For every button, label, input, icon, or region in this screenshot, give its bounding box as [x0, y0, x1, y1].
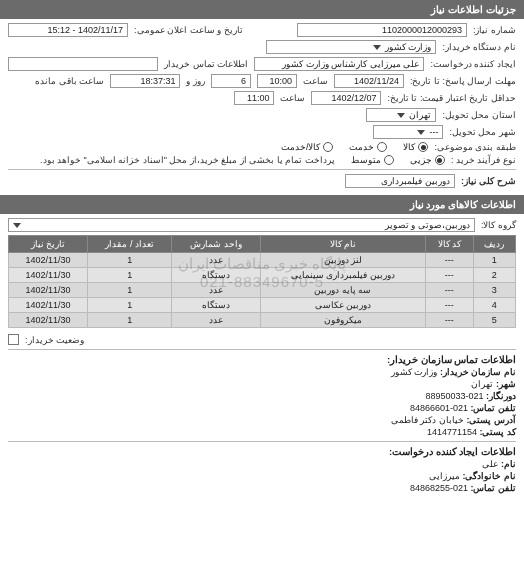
radio-goods-service-label: کالا/خدمت	[281, 142, 321, 152]
group-value: دوربین،صوتی و تصویر	[385, 220, 470, 230]
cell-name: سه پایه دوربین	[260, 283, 425, 298]
org-value: وزارت کشور	[391, 367, 438, 377]
radio-dot-icon	[323, 142, 333, 152]
delivery-prov-label: استان محل تحویل:	[442, 110, 516, 120]
tel-label: تلفن تماس:	[471, 403, 517, 413]
table-wrap: ردیف کد کالا نام کالا واحد شمارش تعداد /…	[8, 235, 516, 328]
delivery-prov-field[interactable]: تهران	[366, 108, 436, 122]
cell-name: میکروفون	[260, 313, 425, 328]
buyer-status-checkbox[interactable]	[8, 334, 19, 345]
lname-label: نام خانوادگی:	[463, 471, 517, 481]
cell-qty: 1	[88, 298, 172, 313]
radio-micro[interactable]: جزیی	[410, 155, 445, 165]
buyer-contact-label: اطلاعات تماس خریدار	[164, 59, 248, 69]
cell-unit: عدد	[172, 253, 261, 268]
cell-code: ---	[426, 268, 474, 283]
deadline-resp-time[interactable]: 10:00	[257, 74, 297, 88]
deadline-resp-label: مهلت ارسال پاسخ: تا تاریخ:	[410, 76, 516, 86]
radio-medium[interactable]: متوسط	[351, 155, 394, 165]
radio-service-label: خدمت	[349, 142, 374, 152]
contact-org-block: اطلاعات تماس سازمان خریدار: نام سازمان خ…	[8, 354, 516, 437]
chevron-down-icon	[373, 45, 381, 50]
buyer-contact-field[interactable]	[8, 57, 158, 71]
city-value: تهران	[471, 379, 493, 389]
divider	[8, 441, 516, 442]
cell-date: 1402/11/30	[9, 298, 88, 313]
addr-value: خیابان دکتر فاطمی	[391, 415, 464, 425]
divider	[8, 349, 516, 350]
col-name: نام کالا	[260, 236, 425, 253]
cell-code: ---	[426, 253, 474, 268]
req-no-label: شماره نیاز:	[473, 25, 516, 35]
cell-unit: عدد	[172, 313, 261, 328]
cell-qty: 1	[88, 283, 172, 298]
cell-code: ---	[426, 313, 474, 328]
request-summary: شماره نیاز: 1102000012000293 تاریخ و ساع…	[0, 19, 524, 195]
cell-row: 2	[473, 268, 515, 283]
delivery-city-field[interactable]: ---	[373, 125, 443, 139]
group-label: گروه کالا:	[481, 220, 516, 230]
delivery-prov-value: تهران	[409, 110, 431, 120]
valid-time[interactable]: 11:00	[234, 91, 274, 105]
buyer-status-label: وضعیت خریدار:	[25, 335, 84, 345]
cell-unit: دستگاه	[172, 298, 261, 313]
remain-tail: ساعت باقی مانده	[35, 76, 104, 86]
time-label-1: ساعت	[303, 76, 328, 86]
deadline-resp-date[interactable]: 1402/11/24	[334, 74, 404, 88]
category-label: طبقه بندی موضوعی:	[434, 142, 516, 152]
valid-date[interactable]: 1402/12/07	[311, 91, 381, 105]
req-no-field[interactable]: 1102000012000293	[297, 23, 467, 37]
buyer-dev-value: وزارت کشور	[385, 42, 432, 52]
fax-label: دورنگار:	[486, 391, 516, 401]
cell-date: 1402/11/30	[9, 283, 88, 298]
table-row[interactable]: 3---سه پایه دوربینعدد11402/11/30	[9, 283, 516, 298]
need-title-field[interactable]: دوربین فیلمبرداری	[345, 174, 455, 188]
tel-value: 021-84866601	[410, 403, 468, 413]
addr-label: آدرس پستی:	[467, 415, 517, 425]
radio-goods-service[interactable]: کالا/خدمت	[281, 142, 334, 152]
radio-dot-icon	[384, 155, 394, 165]
cell-code: ---	[426, 283, 474, 298]
cell-unit: دستگاه	[172, 268, 261, 283]
fname-value: علی	[482, 459, 498, 469]
table-row[interactable]: 2---دوربین فیلمبرداری سینماییدستگاه11402…	[9, 268, 516, 283]
goods-section-header: اطلاعات کالاهای مورد نیاز	[0, 195, 524, 214]
delivery-city-value: ---	[429, 127, 438, 137]
page-header: جزئیات اطلاعات نیاز	[0, 0, 524, 19]
creator-field[interactable]: علی میرزایی کارشناس وزارت کشور	[254, 57, 424, 71]
chevron-down-icon	[417, 130, 425, 135]
group-field[interactable]: دوربین،صوتی و تصویر	[8, 218, 475, 232]
cell-qty: 1	[88, 268, 172, 283]
post-label: کد پستی:	[480, 427, 517, 437]
radio-micro-label: جزیی	[410, 155, 432, 165]
org-label: نام سازمان خریدار:	[440, 367, 516, 377]
page-title: جزئیات اطلاعات نیاز	[431, 4, 516, 15]
need-title-label: شرح کلی نیاز:	[461, 176, 516, 186]
cell-name: لنز دوربین	[260, 253, 425, 268]
contact-org-title: اطلاعات تماس سازمان خریدار:	[8, 354, 516, 365]
valid-label: حداقل تاریخ اعتبار قیمت: تا تاریخ:	[387, 93, 516, 103]
lname-value: میرزایی	[429, 471, 460, 481]
buyer-dev-field[interactable]: وزارت کشور	[266, 40, 436, 54]
creator-label: ایجاد کننده درخواست:	[430, 59, 516, 69]
announce-field[interactable]: 1402/11/17 - 15:12	[8, 23, 128, 37]
proc-note: پرداخت تمام یا بخشی از مبلغ خرید،از محل …	[40, 155, 335, 165]
cell-date: 1402/11/30	[9, 268, 88, 283]
col-unit: واحد شمارش	[172, 236, 261, 253]
contact-creator-block: اطلاعات ایجاد کننده درخواست: نام: علی نا…	[8, 446, 516, 493]
cell-code: ---	[426, 298, 474, 313]
city-label: شهر:	[496, 379, 516, 389]
cell-row: 4	[473, 298, 515, 313]
announce-label: تاریخ و ساعت اعلان عمومی:	[134, 25, 243, 35]
col-qty: تعداد / مقدار	[88, 236, 172, 253]
table-row[interactable]: 1---لنز دوربینعدد11402/11/30	[9, 253, 516, 268]
contact-creator-title: اطلاعات ایجاد کننده درخواست:	[8, 446, 516, 457]
table-row[interactable]: 5---میکروفونعدد11402/11/30	[9, 313, 516, 328]
goods-section: گروه کالا: دوربین،صوتی و تصویر ردیف کد ک…	[0, 214, 524, 499]
cell-unit: عدد	[172, 283, 261, 298]
radio-goods[interactable]: کالا	[403, 142, 428, 152]
time-label-2: ساعت	[280, 93, 305, 103]
radio-service[interactable]: خدمت	[349, 142, 387, 152]
cell-date: 1402/11/30	[9, 313, 88, 328]
table-row[interactable]: 4---دوربین عکاسیدستگاه11402/11/30	[9, 298, 516, 313]
